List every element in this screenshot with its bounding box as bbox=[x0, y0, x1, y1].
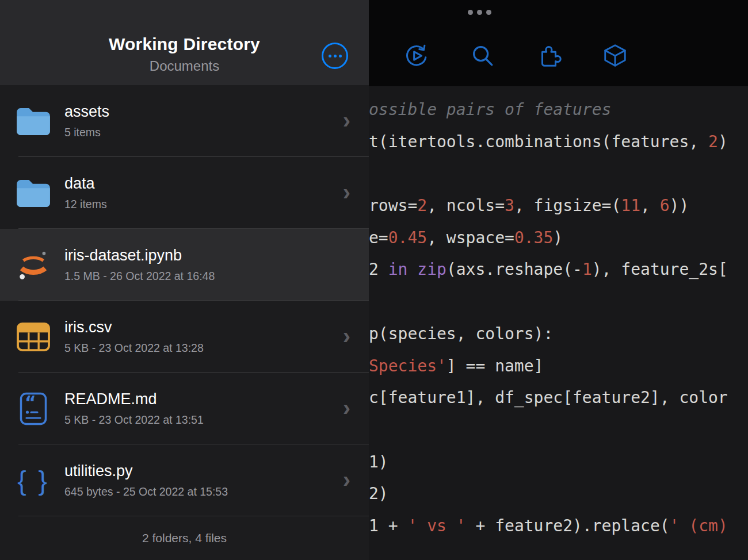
code-token-keyword: in bbox=[388, 260, 408, 279]
file-row-iris-dataset[interactable]: iris-dataset.ipynb 1.5 MB - 26 Oct 2022 … bbox=[0, 229, 369, 301]
code-token-plain: 2 bbox=[369, 260, 388, 279]
code-token-plain: 2) bbox=[369, 484, 388, 503]
code-token-number: 2 bbox=[708, 132, 718, 151]
chevron-right-icon: › bbox=[343, 468, 350, 491]
svg-text:“: “ bbox=[25, 392, 36, 412]
file-name: data bbox=[64, 175, 107, 193]
code-token-comment: ossible pairs of features bbox=[369, 100, 611, 119]
code-token-plain: e= bbox=[369, 228, 388, 247]
code-token-number: 2 bbox=[417, 196, 427, 215]
folder-summary: 2 folders, 4 files bbox=[142, 531, 227, 545]
code-token-plain bbox=[407, 260, 417, 279]
screen: Working Directory Documents assets 5 ite… bbox=[0, 0, 748, 560]
file-detail: 5 KB - 23 Oct 2022 at 13:28 bbox=[64, 342, 204, 355]
folder-icon bbox=[13, 179, 54, 208]
code-token-plain: p(species, colors): bbox=[369, 324, 553, 343]
code-line: 1) bbox=[369, 446, 748, 478]
file-row-assets[interactable]: assets 5 items › bbox=[0, 85, 369, 157]
code-token-plain: (axs.reshape(- bbox=[446, 260, 582, 279]
code-line: rows=2, ncols=3, figsize=(11, 6)) bbox=[369, 190, 748, 222]
code-token-keyword: zip bbox=[417, 260, 446, 279]
file-detail: 5 KB - 23 Oct 2022 at 13:51 bbox=[64, 413, 204, 427]
code-token-plain: ) bbox=[553, 228, 563, 247]
table-icon bbox=[13, 321, 54, 352]
code-token-plain: rows= bbox=[369, 196, 417, 215]
file-list: assets 5 items › data 12 items › bbox=[0, 85, 369, 516]
code-line bbox=[369, 414, 748, 446]
file-name: iris.csv bbox=[64, 319, 204, 336]
chevron-right-icon: › bbox=[343, 181, 350, 204]
code-line bbox=[369, 158, 748, 190]
code-token-string: ' vs ' bbox=[407, 516, 465, 535]
panel-title: Working Directory bbox=[0, 34, 369, 54]
more-options-button[interactable] bbox=[322, 43, 348, 69]
panel-subtitle: Documents bbox=[0, 58, 369, 74]
markdown-document-icon: “ bbox=[13, 392, 54, 425]
code-token-plain: ] == name] bbox=[446, 356, 544, 375]
code-token-number: 1 bbox=[582, 260, 592, 279]
search-icon[interactable] bbox=[470, 43, 496, 69]
code-token-plain: 1) bbox=[369, 452, 388, 471]
code-token-plain: t(itertools.combinations(features, bbox=[369, 132, 708, 151]
extensions-icon[interactable] bbox=[536, 43, 562, 69]
sidebar-titles: Working Directory Documents bbox=[0, 34, 369, 74]
code-line: p(species, colors): bbox=[369, 318, 748, 350]
file-row-utilities[interactable]: { } utilities.py 645 bytes - 25 Oct 2022… bbox=[0, 444, 369, 516]
file-meta: utilities.py 645 bytes - 25 Oct 2022 at … bbox=[64, 462, 228, 498]
file-name: assets bbox=[64, 103, 109, 121]
code-token-plain: + feature2).replace( bbox=[466, 516, 670, 535]
code-token-plain: , wspace= bbox=[427, 228, 514, 247]
code-token-number: 3 bbox=[505, 196, 514, 215]
chevron-right-icon: › bbox=[343, 324, 350, 347]
code-line: 2) bbox=[369, 478, 748, 510]
sidebar-header: Working Directory Documents bbox=[0, 0, 369, 85]
window-handle-icon[interactable] bbox=[468, 10, 491, 15]
editor-panel: ossible pairs of featurest(itertools.com… bbox=[369, 0, 748, 560]
file-row-iris-csv[interactable]: iris.csv 5 KB - 23 Oct 2022 at 13:28 › bbox=[0, 301, 369, 373]
code-token-number: 0.45 bbox=[388, 228, 427, 247]
folder-icon bbox=[13, 107, 54, 136]
file-detail: 645 bytes - 25 Oct 2022 at 15:53 bbox=[64, 485, 228, 498]
file-meta: data 12 items bbox=[64, 175, 107, 211]
file-name: utilities.py bbox=[64, 462, 228, 480]
code-token-plain: ), feature_2s[ bbox=[592, 260, 728, 279]
sidebar-footer: 2 folders, 4 files bbox=[0, 516, 369, 560]
file-detail: 1.5 MB - 26 Oct 2022 at 16:48 bbox=[64, 270, 215, 283]
code-token-plain: 1 + bbox=[369, 516, 407, 535]
code-line: ossible pairs of features bbox=[369, 94, 748, 126]
chevron-right-icon: › bbox=[343, 109, 350, 132]
code-line: 1 + ' vs ' + feature2).replace(' (cm) bbox=[369, 510, 748, 542]
code-token-number: 0.35 bbox=[514, 228, 553, 247]
file-detail: 12 items bbox=[64, 198, 107, 211]
jupyter-notebook-icon bbox=[13, 247, 54, 283]
code-token-plain: , ncols= bbox=[427, 196, 505, 215]
code-token-string: Species' bbox=[369, 356, 446, 375]
code-editor[interactable]: ossible pairs of featurest(itertools.com… bbox=[369, 86, 748, 560]
file-name: README.md bbox=[64, 390, 204, 408]
code-line: t(itertools.combinations(features, 2) bbox=[369, 126, 748, 158]
code-line: Species'] == name] bbox=[369, 350, 748, 382]
code-token-string: ' (cm) bbox=[670, 516, 728, 535]
code-token-plain: c[feature1], df_spec[feature2], color bbox=[369, 388, 728, 407]
code-token-plain: , figsize=( bbox=[514, 196, 621, 215]
code-token-number: 6 bbox=[660, 196, 670, 215]
code-token-plain: )) bbox=[670, 196, 689, 215]
restart-run-icon[interactable] bbox=[403, 43, 430, 69]
file-meta: README.md 5 KB - 23 Oct 2022 at 13:51 bbox=[64, 390, 204, 427]
file-meta: iris.csv 5 KB - 23 Oct 2022 at 13:28 bbox=[64, 319, 204, 355]
file-row-data[interactable]: data 12 items › bbox=[0, 157, 369, 229]
file-detail: 5 items bbox=[64, 126, 109, 139]
code-token-plain: , bbox=[640, 196, 660, 215]
chevron-right-icon: › bbox=[343, 396, 350, 419]
code-line: c[feature1], df_spec[feature2], color bbox=[369, 382, 748, 414]
code-line: 2 in zip(axs.reshape(-1), feature_2s[ bbox=[369, 254, 748, 286]
file-row-readme[interactable]: “ README.md 5 KB - 23 Oct 2022 at 13:51 … bbox=[0, 373, 369, 444]
file-meta: assets 5 items bbox=[64, 103, 109, 139]
python-braces-icon: { } bbox=[13, 465, 54, 496]
file-meta: iris-dataset.ipynb 1.5 MB - 26 Oct 2022 … bbox=[64, 247, 215, 283]
file-browser-panel: Working Directory Documents assets 5 ite… bbox=[0, 0, 369, 560]
package-icon[interactable] bbox=[602, 43, 628, 69]
code-line bbox=[369, 286, 748, 318]
code-token-plain: ) bbox=[718, 132, 728, 151]
code-line: e=0.45, wspace=0.35) bbox=[369, 222, 748, 254]
